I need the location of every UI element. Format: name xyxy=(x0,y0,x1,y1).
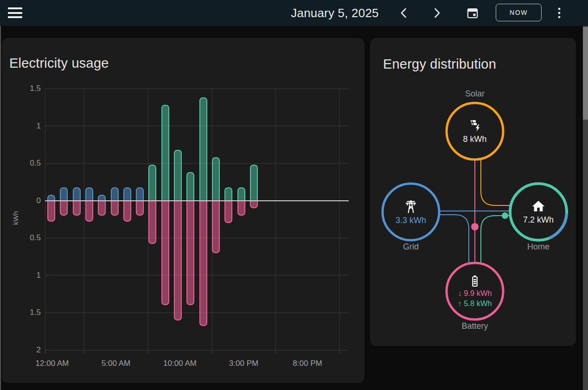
date-title: January 5, 2025 xyxy=(291,6,378,20)
axis-tick xyxy=(275,350,276,354)
usage-bar[interactable] xyxy=(161,105,169,200)
y-axis-unit-label: kWh xyxy=(12,211,19,225)
gridline xyxy=(45,163,349,164)
home-icon xyxy=(531,199,546,214)
y-axis-tick-label: 2 xyxy=(18,345,41,355)
date-picker-button[interactable] xyxy=(467,6,479,19)
usage-bar[interactable] xyxy=(60,201,68,216)
usage-bar[interactable] xyxy=(73,187,81,201)
usage-bar[interactable] xyxy=(174,201,182,320)
axis-tick xyxy=(45,350,45,354)
gridline xyxy=(45,313,349,313)
usage-bar[interactable] xyxy=(123,201,131,222)
y-axis-tick-label: 0.5 xyxy=(18,233,41,243)
usage-bar[interactable] xyxy=(199,201,207,326)
x-axis-tick-label: 3:00 PM xyxy=(218,359,269,368)
home-node[interactable]: 7.2 kWh xyxy=(510,184,567,240)
usage-bar[interactable] xyxy=(98,201,106,216)
usage-bar[interactable] xyxy=(136,187,144,201)
usage-bar[interactable] xyxy=(224,201,232,223)
usage-bar[interactable] xyxy=(250,165,258,200)
home-node-label: Home xyxy=(506,242,571,252)
now-button[interactable]: NOW xyxy=(496,4,542,21)
x-axis-tick-label: 12:00 AM xyxy=(27,359,78,368)
gridline xyxy=(45,238,349,238)
app-root: January 5, 2025 NOW Electricity usage kW… xyxy=(0,0,588,390)
menu-button[interactable] xyxy=(7,6,23,19)
y-axis-tick-label: 1 xyxy=(18,121,41,131)
y-axis-tick-label: 1 xyxy=(18,271,41,280)
gridline xyxy=(45,89,45,350)
scrollbar-thumb[interactable] xyxy=(583,27,588,120)
usage-bar[interactable] xyxy=(60,187,68,201)
grid-to-battery-line xyxy=(439,215,469,263)
chevron-left-icon xyxy=(400,8,407,18)
usage-bar[interactable] xyxy=(237,201,245,216)
gridline xyxy=(45,350,349,351)
gridline xyxy=(45,275,349,275)
usage-bar[interactable] xyxy=(73,201,81,216)
gridline xyxy=(45,200,349,201)
axis-tick xyxy=(212,350,212,354)
gridline xyxy=(45,126,349,126)
more-options-button[interactable] xyxy=(558,7,561,19)
usage-bar[interactable] xyxy=(85,187,93,201)
battery-icon xyxy=(468,274,482,288)
axis-tick xyxy=(148,350,148,354)
gridline xyxy=(84,89,84,350)
solar-node[interactable]: 8 kWh xyxy=(447,103,503,160)
x-axis-tick-label: 10:00 AM xyxy=(154,359,205,368)
x-axis-tick-label: 5:00 AM xyxy=(90,359,141,368)
grid-node[interactable]: 3.3 kWh xyxy=(383,184,439,240)
grid-value: 3.3 kWh xyxy=(396,216,426,225)
usage-bar[interactable] xyxy=(47,201,55,222)
usage-chart: kWh 1.510.500.511.5212:00 AM5:00 AM10:00… xyxy=(2,38,364,383)
solar-node-label: Solar xyxy=(442,89,507,99)
energy-distribution-card: Energy distribution Solar xyxy=(370,38,576,346)
electricity-usage-card: Electricity usage kWh 1.510.500.511.5212… xyxy=(2,38,364,383)
battery-charge-flow-dot xyxy=(471,223,479,230)
usage-bar[interactable] xyxy=(111,187,119,201)
usage-bar[interactable] xyxy=(111,201,119,216)
usage-bar[interactable] xyxy=(224,187,232,201)
gridline xyxy=(45,89,349,89)
gridline xyxy=(275,89,276,350)
axis-tick xyxy=(339,350,340,354)
window-left-edge xyxy=(0,26,1,390)
calendar-icon xyxy=(467,6,479,19)
grid-node-label: Grid xyxy=(378,242,443,252)
usage-bar[interactable] xyxy=(250,201,258,208)
next-day-button[interactable] xyxy=(434,8,441,18)
usage-bar[interactable] xyxy=(136,201,144,216)
usage-bar[interactable] xyxy=(186,201,194,306)
solar-to-home-line xyxy=(481,160,511,205)
usage-bar[interactable] xyxy=(237,187,245,201)
usage-bar[interactable] xyxy=(212,157,220,200)
gridline xyxy=(339,89,340,350)
usage-bar[interactable] xyxy=(212,201,220,253)
usage-bar[interactable] xyxy=(174,150,182,201)
kebab-menu-icon xyxy=(558,7,561,19)
battery-discharge-value: ↑ 5.8 kWh xyxy=(458,298,492,308)
prev-day-button[interactable] xyxy=(400,8,407,18)
battery-charge-value: ↓ 9.9 kWh xyxy=(458,288,492,298)
battery-node-label: Battery xyxy=(442,321,507,331)
usage-bar[interactable] xyxy=(123,187,131,201)
usage-bar[interactable] xyxy=(161,201,169,306)
usage-bar[interactable] xyxy=(186,172,194,200)
usage-bar[interactable] xyxy=(148,165,156,200)
battery-node[interactable]: ↓ 9.9 kWh ↑ 5.8 kWh xyxy=(447,263,503,320)
battery-to-home-line xyxy=(481,216,510,263)
y-axis-tick-label: 0.5 xyxy=(18,159,41,168)
battery-discharge-flow-dot xyxy=(502,212,508,219)
chevron-right-icon xyxy=(434,8,441,18)
y-axis-tick-label: 1.5 xyxy=(18,308,41,317)
usage-bar[interactable] xyxy=(148,201,156,244)
transmission-tower-icon xyxy=(403,198,419,214)
home-value: 7.2 kWh xyxy=(523,215,554,225)
scrollbar[interactable] xyxy=(583,26,588,390)
usage-bar[interactable] xyxy=(199,97,207,200)
usage-bar[interactable] xyxy=(85,201,93,222)
x-axis-tick-label: 8:00 PM xyxy=(282,359,333,368)
y-axis-tick-label: 0 xyxy=(18,196,41,205)
